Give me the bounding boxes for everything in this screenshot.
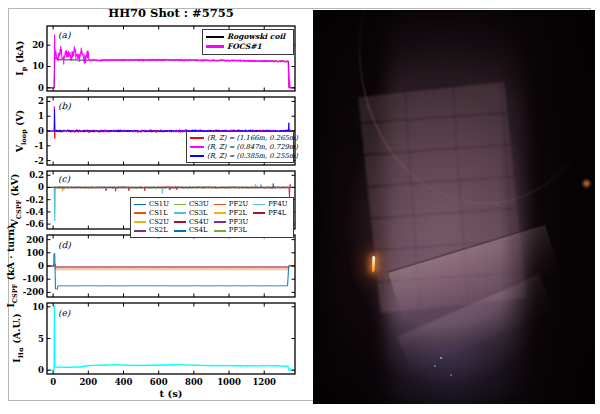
legend-label: PF2L	[229, 209, 247, 218]
ylabel-e-sub: Hα	[17, 347, 25, 358]
legend-entry: (R, Z) = (0.847m, 0.729m)	[190, 143, 290, 152]
svg-text:-0.6: -0.6	[26, 219, 44, 229]
panel-d-frame	[47, 235, 295, 297]
legend-swatch	[190, 146, 204, 148]
speckle-blue	[434, 365, 436, 367]
ylabel-c-sub: CSPF	[15, 200, 23, 219]
legend-label: (R, Z) = (0.847m, 0.729m)	[207, 143, 298, 152]
svg-text:-200: -200	[23, 287, 44, 297]
legend-swatch	[253, 204, 265, 206]
legend-panel-b: (R, Z) = (1.166m, 0.265m)(R, Z) = (0.847…	[186, 131, 294, 163]
svg-text:0: 0	[38, 182, 44, 192]
svg-text:10: 10	[32, 302, 44, 312]
x-axis-label: t (s)	[159, 388, 182, 399]
legend-label: FOCS#1	[227, 42, 262, 52]
legend-label: Rogowski coil	[227, 32, 285, 42]
svg-text:0: 0	[38, 365, 44, 375]
legend-swatch	[174, 230, 186, 232]
legend-column: PF4UPF4L	[253, 200, 287, 235]
y-axis-label-e: IHα (A.U.)	[11, 313, 25, 362]
svg-text:5: 5	[38, 334, 44, 344]
legend-swatch	[214, 230, 226, 232]
legend-entry: CS3U	[174, 200, 209, 209]
ylabel-e-unit: (A.U.)	[11, 313, 22, 347]
ylabel-d-unit: (kA · turn)	[5, 224, 16, 283]
dark-port-edge	[313, 10, 595, 404]
legend-swatch	[134, 212, 146, 214]
legend-panel-a: Rogowski coilFOCS#1	[202, 29, 294, 55]
legend-column: CS1UCS1LCS2UCS2L	[134, 200, 169, 235]
ylabel-c-unit: (kV)	[9, 173, 20, 199]
svg-text:400: 400	[115, 377, 133, 387]
legend-swatch	[174, 204, 186, 206]
ylabel-e-main: I	[11, 358, 22, 362]
legend-label: CS2U	[149, 218, 169, 227]
svg-text:0: 0	[38, 261, 44, 271]
legend-swatch	[174, 212, 186, 214]
svg-text:20: 20	[32, 40, 44, 50]
y-axis-label-b: Vloop (V)	[14, 110, 28, 153]
panel-letter-a: (a)	[58, 30, 70, 40]
legend-panel-c: CS1UCS1LCS2UCS2LCS3UCS3LCS4UCS4LPF2UPF2L…	[130, 197, 294, 238]
legend-label: PF2U	[229, 200, 248, 209]
panel-e: 0200400600800100012001050	[32, 302, 295, 387]
svg-text:0.2: 0.2	[29, 170, 44, 180]
svg-text:1200: 1200	[252, 377, 276, 387]
series-PF coils B	[47, 264, 295, 267]
legend-label: PF4L	[268, 209, 286, 218]
legend-swatch	[134, 230, 146, 232]
legend-entry: PF3L	[214, 226, 248, 235]
legend-label: PF3U	[229, 218, 248, 227]
svg-text:10: 10	[32, 61, 44, 71]
legend-label: (R, Z) = (1.166m, 0.265m)	[207, 134, 298, 143]
legend-swatch	[206, 45, 224, 48]
legend-swatch	[214, 204, 226, 206]
legend-swatch	[190, 137, 204, 139]
legend-label: CS2L	[149, 226, 168, 235]
ylabel-b-main: V	[14, 145, 25, 152]
legend-swatch	[214, 212, 226, 214]
y-axis-label-d: ICSPF (kA · turn)	[5, 224, 19, 307]
legend-entry: PF4U	[253, 200, 287, 209]
legend-label: PF4U	[268, 200, 287, 209]
series-PF4L	[47, 184, 295, 197]
legend-entry: CS4L	[174, 226, 209, 235]
speckle-green	[440, 357, 442, 359]
svg-text:1: 1	[38, 111, 44, 121]
svg-text:-100: -100	[23, 274, 44, 284]
svg-text:2: 2	[38, 96, 44, 106]
legend-entry: (R, Z) = (0.385m, 0.255m)	[190, 152, 290, 161]
panel-letter-e: (e)	[58, 308, 70, 318]
series-CS3L	[47, 184, 295, 194]
svg-text:-2: -2	[35, 156, 45, 166]
legend-swatch	[174, 221, 186, 223]
svg-text:800: 800	[185, 377, 203, 387]
ylabel-b-unit: (V)	[14, 110, 25, 130]
svg-text:-1: -1	[35, 141, 45, 151]
svg-text:200: 200	[79, 377, 97, 387]
svg-text:200: 200	[26, 235, 44, 245]
y-axis-label-a: Ip (kA)	[14, 40, 28, 75]
legend-entry: Rogowski coil	[206, 32, 290, 42]
ylabel-a-main: I	[14, 71, 25, 75]
legend-entry: PF4L	[253, 209, 287, 218]
svg-text:-0.2: -0.2	[26, 195, 44, 205]
legend-entry: CS1L	[134, 209, 169, 218]
legend-label: CS1U	[149, 200, 169, 209]
legend-label: CS4L	[189, 226, 208, 235]
legend-swatch	[253, 212, 265, 214]
series-CS coil	[47, 253, 295, 289]
ylabel-a-unit: (kA)	[14, 40, 25, 66]
panel-letter-d: (d)	[58, 240, 71, 250]
series-(R, Z) = (0.847m, 0.729m)	[47, 106, 295, 131]
legend-entry: PF3U	[214, 218, 248, 227]
legend-column: CS3UCS3LCS4UCS4L	[174, 200, 209, 235]
legend-entry: CS3L	[174, 209, 209, 218]
legend-entry: CS4U	[174, 218, 209, 227]
figure-title: HH70 Shot : #5755	[108, 6, 233, 20]
ylabel-a-sub: p	[20, 67, 28, 72]
svg-text:100: 100	[26, 248, 44, 258]
y-axis-label-c: VCSPF (kV)	[9, 173, 23, 226]
legend-entry: PF2L	[214, 209, 248, 218]
svg-text:0: 0	[38, 126, 44, 136]
